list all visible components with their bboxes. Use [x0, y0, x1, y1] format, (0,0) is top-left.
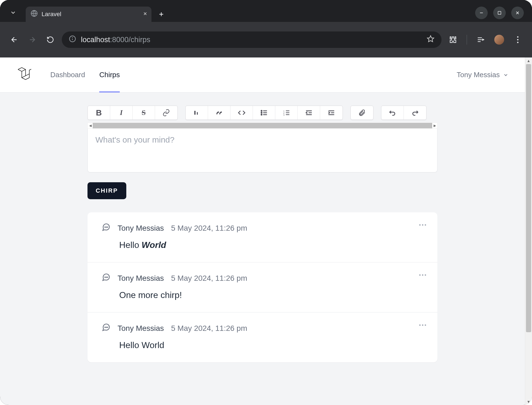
chevron-down-icon	[10, 9, 16, 16]
scroll-right-arrow[interactable]: ▶	[432, 124, 437, 128]
chirp-header: Tony Messias 5 May 2024, 11:26 pm	[102, 323, 423, 334]
browser-tab-active[interactable]: Laravel	[26, 7, 151, 22]
code-icon	[238, 109, 245, 117]
arrow-left-icon	[10, 36, 18, 44]
chirp-body: Hello World	[119, 240, 423, 250]
browser-toolbar: localhost:8000/chirps	[0, 22, 532, 57]
tab-strip: Laravel	[0, 0, 532, 22]
strike-button[interactable]: S	[133, 106, 155, 120]
chirp-card: Tony Messias 5 May 2024, 11:26 pm Hello …	[87, 312, 437, 362]
maximize-button[interactable]	[493, 7, 506, 19]
italic-button[interactable]: I	[110, 106, 133, 120]
scroll-thumb[interactable]	[93, 123, 432, 128]
svg-point-17	[517, 42, 519, 43]
chirp-body: One more chirp!	[119, 290, 423, 300]
svg-point-44	[107, 277, 108, 277]
outdent-icon	[305, 109, 313, 117]
attach-button[interactable]	[351, 106, 373, 120]
chirp-editor[interactable]: What's on your mind?	[87, 129, 437, 172]
viewport: Dashboard Chirps Tony Messias B I	[0, 57, 532, 405]
bold-button[interactable]: B	[88, 106, 110, 120]
chirp-body-text: Hello	[119, 240, 142, 250]
media-controls-button[interactable]	[474, 33, 487, 46]
horizontal-dots-icon	[419, 224, 426, 226]
user-menu[interactable]: Tony Messias	[457, 71, 509, 79]
number-list-icon: 123	[283, 109, 290, 117]
chirp-more-button[interactable]	[419, 272, 426, 277]
undo-icon	[389, 109, 396, 117]
quote-button[interactable]	[208, 106, 230, 120]
globe-icon	[31, 10, 38, 19]
undo-button[interactable]	[381, 106, 404, 120]
toolbar-group-attach	[350, 106, 373, 120]
new-tab-button[interactable]	[156, 9, 167, 20]
link-button[interactable]	[155, 106, 177, 120]
svg-point-46	[422, 274, 423, 276]
minimize-button[interactable]	[475, 7, 488, 19]
chat-bubble-icon	[102, 223, 110, 233]
minimize-icon	[479, 10, 484, 15]
browser-menu-button[interactable]	[511, 33, 524, 46]
chirp-more-button[interactable]	[419, 322, 426, 327]
toolbar-group-text: B I S	[87, 106, 178, 120]
browser-chrome: Laravel	[0, 0, 532, 57]
chevron-down-icon	[503, 72, 508, 78]
bookmark-button[interactable]	[427, 35, 434, 45]
nav-link-chirps[interactable]: Chirps	[99, 57, 120, 92]
page-scrollbar[interactable]: ▲ ▼	[525, 57, 532, 405]
nav-link-dashboard[interactable]: Dashboard	[50, 57, 85, 92]
reload-button[interactable]	[44, 33, 57, 46]
reload-icon	[46, 36, 54, 44]
music-list-icon	[477, 36, 484, 44]
toolbar-divider	[467, 35, 467, 45]
scroll-up-arrow[interactable]: ▲	[525, 57, 532, 64]
number-list-button[interactable]: 123	[275, 106, 298, 120]
chirp-author: Tony Messias	[118, 274, 164, 283]
tab-list-dropdown[interactable]	[5, 5, 21, 20]
toolbar-horizontal-scrollbar[interactable]: ◀ ▶	[87, 123, 437, 129]
svg-point-36	[105, 227, 105, 227]
svg-point-22	[261, 112, 262, 113]
close-window-button[interactable]	[511, 7, 524, 19]
close-icon	[515, 10, 520, 15]
svg-point-42	[105, 277, 105, 277]
site-info-icon[interactable]	[69, 35, 76, 44]
extensions-button[interactable]	[446, 33, 460, 46]
svg-point-43	[106, 277, 107, 277]
page-content: Dashboard Chirps Tony Messias B I	[0, 57, 525, 405]
svg-point-40	[422, 224, 423, 226]
editor-toolbar: B I S	[87, 106, 437, 120]
bullet-list-button[interactable]	[253, 106, 275, 120]
profile-avatar[interactable]	[494, 35, 504, 45]
outdent-button[interactable]	[298, 106, 320, 120]
chirp-timestamp: 5 May 2024, 11:26 pm	[171, 324, 247, 333]
scroll-thumb[interactable]	[526, 64, 531, 332]
horizontal-dots-icon	[419, 274, 426, 276]
svg-text:3: 3	[283, 114, 284, 116]
indent-button[interactable]	[320, 106, 343, 120]
chirp-author: Tony Messias	[118, 224, 164, 233]
svg-point-21	[261, 110, 262, 111]
app-logo[interactable]	[16, 66, 33, 84]
tab-title: Laravel	[42, 11, 139, 18]
redo-button[interactable]	[404, 106, 426, 120]
scroll-down-arrow[interactable]: ▼	[525, 398, 532, 405]
puzzle-icon	[449, 36, 457, 44]
svg-marker-14	[427, 36, 434, 42]
main: B I S	[0, 92, 525, 362]
svg-point-16	[517, 39, 519, 40]
chirp-submit-button[interactable]: CHIRP	[87, 182, 126, 199]
editor-placeholder: What's on your mind?	[95, 135, 174, 144]
svg-point-47	[425, 274, 426, 276]
nav-forward-button[interactable]	[26, 33, 39, 46]
chirp-card: Tony Messias 5 May 2024, 11:26 pm One mo…	[87, 262, 437, 312]
chirp-more-button[interactable]	[419, 222, 426, 227]
close-icon	[143, 11, 148, 16]
nav-back-button[interactable]	[8, 33, 21, 46]
chirp-body: Hello World	[119, 340, 423, 350]
code-button[interactable]	[230, 106, 253, 120]
scroll-left-arrow[interactable]: ◀	[88, 124, 93, 128]
tab-close-button[interactable]	[143, 11, 148, 18]
url-bar[interactable]: localhost:8000/chirps	[62, 31, 442, 48]
heading-button[interactable]	[186, 106, 208, 120]
